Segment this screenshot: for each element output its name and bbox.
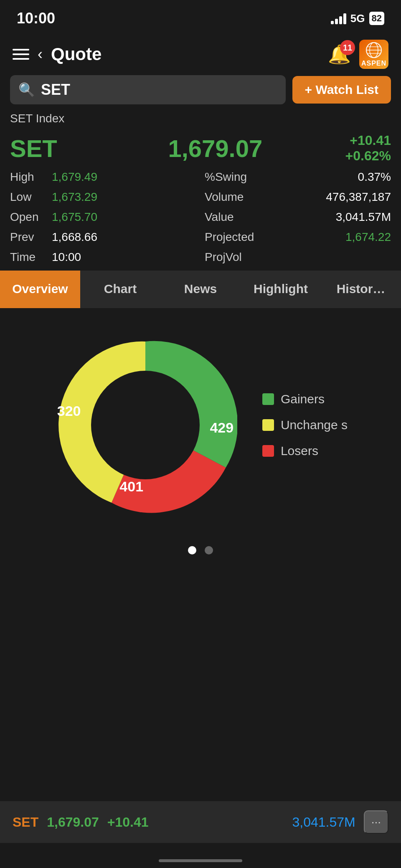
status-time: 10:00 [17, 10, 55, 27]
tab-bar: Overview Chart News Highlight Histor… [0, 271, 401, 308]
battery-level: 82 [372, 13, 382, 24]
stat-projvol: ProjVol [196, 251, 391, 264]
menu-line-3 [13, 58, 29, 60]
stat-val-label: Value [205, 210, 255, 224]
stat-volume-value: 476,387,187 [255, 190, 391, 204]
stat-volume: Volume 476,387,187 [196, 190, 391, 204]
page-title: Quote [51, 44, 102, 64]
svg-point-6 [91, 371, 200, 479]
status-icons: 5G 82 [331, 12, 384, 25]
gainers-count: 429 [210, 420, 233, 436]
price-change-abs: +10.41 [350, 133, 391, 148]
menu-button[interactable] [13, 49, 29, 60]
pagination [0, 529, 401, 563]
tab-chart[interactable]: Chart [80, 271, 160, 308]
stat-volume-label: Volume [205, 190, 255, 204]
legend-unchanged-dot [262, 419, 274, 431]
main-price-row: SET 1,679.07 +10.41 +0.62% [0, 129, 401, 164]
stat-low-value: 1,673.29 [52, 190, 97, 204]
stat-row-time-projvol: Time 10:00 ProjVol [10, 247, 391, 267]
globe-icon [365, 41, 383, 59]
signal-bar-3 [339, 16, 342, 24]
search-bar: 🔍 SET + Watch List [0, 75, 401, 104]
stat-time-value: 10:00 [52, 251, 81, 264]
bottom-value: 3,041.57M [292, 815, 355, 830]
stat-swing-label: %Swing [205, 170, 255, 184]
stat-row-prev-projected: Prev 1,668.66 Projected 1,674.22 [10, 227, 391, 247]
bottom-change: +10.41 [107, 815, 149, 830]
legend-unchanged-label: Unchange s [281, 418, 348, 432]
signal-bar-1 [331, 21, 334, 24]
notification-badge: 11 [340, 40, 355, 55]
bottom-price: 1,679.07 [47, 815, 99, 830]
home-indicator [159, 859, 242, 862]
tab-news[interactable]: News [160, 271, 241, 308]
stat-time-label: Time [10, 251, 52, 264]
stats-section: High 1,679.49 %Swing 0.37% Low 1,673.29 … [0, 164, 401, 271]
stat-val: Value 3,041.57M [196, 210, 391, 224]
stat-high-value: 1,679.49 [52, 170, 97, 184]
search-input[interactable]: SET [41, 81, 70, 99]
search-input-wrapper[interactable]: 🔍 SET [10, 75, 286, 104]
header-left: ‹ Quote [13, 44, 102, 64]
legend-losers-label: Losers [281, 444, 318, 458]
signal-bar-4 [343, 13, 346, 24]
stat-row-open-value: Open 1,675.70 Value 3,041.57M [10, 207, 391, 227]
current-price: 1,679.07 [85, 134, 345, 162]
tab-highlight[interactable]: Highlight [241, 271, 321, 308]
stat-low-label: Low [10, 190, 52, 204]
stat-swing: %Swing 0.37% [196, 170, 391, 184]
symbol-name: SET [10, 134, 85, 162]
signal-bar-2 [335, 19, 338, 24]
stat-prev-value: 1,668.66 [52, 230, 97, 244]
legend-losers: Losers [262, 444, 348, 458]
losers-count: 320 [57, 403, 81, 419]
stat-projected: Projected 1,674.22 [196, 230, 391, 244]
aspen-label: ASPEN [361, 60, 386, 67]
stat-high-label: High [10, 170, 52, 184]
stat-projected-value: 1,674.22 [255, 230, 391, 244]
overview-chart-area: 429 320 401 Gainers Unchange s Losers [0, 308, 401, 529]
stat-val-value: 3,041.57M [255, 210, 391, 224]
stat-open-value: 1,675.70 [52, 210, 97, 224]
legend-gainers: Gainers [262, 392, 348, 406]
stat-high: High 1,679.49 [10, 170, 196, 184]
header: ‹ Quote 🔔 11 ASPEN [0, 33, 401, 75]
stat-low: Low 1,673.29 [10, 190, 196, 204]
stat-open-label: Open [10, 210, 52, 224]
stat-swing-value: 0.37% [255, 170, 391, 184]
battery-icon: 82 [369, 12, 384, 25]
legend-losers-dot [262, 445, 274, 457]
search-icon: 🔍 [18, 82, 35, 98]
price-change: +10.41 +0.62% [345, 133, 391, 164]
legend-gainers-dot [262, 393, 274, 405]
status-bar: 10:00 5G 82 [0, 0, 401, 33]
more-button[interactable]: ··· [364, 810, 388, 834]
aspen-logo[interactable]: ASPEN [359, 40, 388, 69]
bottom-bar: SET 1,679.07 +10.41 3,041.57M ··· [0, 801, 401, 843]
stat-open: Open 1,675.70 [10, 210, 196, 224]
back-button[interactable]: ‹ [38, 46, 43, 63]
chart-legend: Gainers Unchange s Losers [262, 392, 348, 458]
price-change-pct: +0.62% [345, 148, 391, 164]
tab-overview[interactable]: Overview [0, 271, 80, 308]
stat-prev: Prev 1,668.66 [10, 230, 196, 244]
stat-time: Time 10:00 [10, 251, 196, 264]
unchanged-count: 401 [119, 478, 143, 495]
page-dot-1 [188, 546, 196, 554]
watchlist-button[interactable]: + Watch List [292, 76, 391, 104]
network-type: 5G [350, 12, 365, 25]
tab-history[interactable]: Histor… [321, 271, 401, 308]
menu-line-1 [13, 49, 29, 51]
donut-chart: 429 320 401 [53, 333, 237, 517]
stat-row-low-volume: Low 1,673.29 Volume 476,387,187 [10, 187, 391, 207]
header-right: 🔔 11 ASPEN [328, 40, 388, 69]
menu-line-2 [13, 53, 29, 55]
stat-projvol-label: ProjVol [205, 251, 255, 264]
bottom-symbol: SET [13, 815, 38, 830]
stat-projected-label: Projected [205, 230, 255, 244]
page-dot-2 [205, 546, 213, 554]
notification-button[interactable]: 🔔 11 [328, 43, 351, 65]
stat-row-high-swing: High 1,679.49 %Swing 0.37% [10, 167, 391, 187]
signal-bars-icon [331, 13, 346, 24]
